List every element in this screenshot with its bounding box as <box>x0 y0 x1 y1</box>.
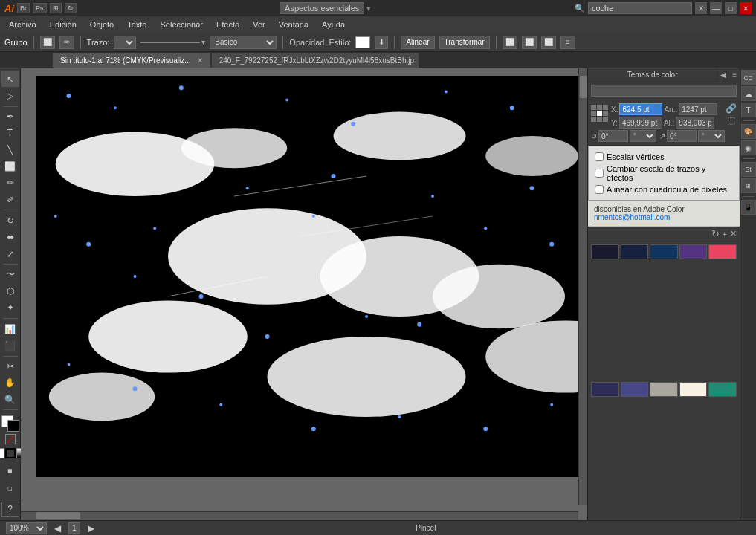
color-text-input[interactable] <box>591 85 737 97</box>
canvas-area[interactable] <box>21 68 587 520</box>
scale-tool[interactable]: ⤢ <box>1 246 19 262</box>
reflect-tool[interactable]: ⬌ <box>1 230 19 245</box>
line-tool[interactable]: ╲ <box>1 142 19 158</box>
menu-texto[interactable]: Texto <box>121 19 152 30</box>
direct-selection-tool[interactable]: ▷ <box>1 88 19 103</box>
style-select[interactable]: Básico <box>210 36 277 49</box>
menu-ventana[interactable]: Ventana <box>273 19 314 30</box>
temas-de-color-tab[interactable]: Temas de color <box>588 68 717 81</box>
nav-artboard-btn[interactable]: 1 <box>68 522 80 534</box>
transformar-btn[interactable]: Transformar <box>439 36 490 49</box>
scale-strokes-checkbox[interactable] <box>595 169 604 178</box>
fill-icon[interactable] <box>0 448 4 458</box>
x-input[interactable] <box>619 103 662 115</box>
stroke-icon[interactable] <box>5 448 16 458</box>
draw-normal-btn[interactable]: ◼ <box>1 462 19 480</box>
color-swatch-5[interactable] <box>708 244 737 259</box>
maximize-btn[interactable]: □ <box>725 2 737 14</box>
selection-tool[interactable]: ↖ <box>1 71 19 87</box>
color-swatches[interactable] <box>1 415 19 431</box>
pen-tool[interactable]: ✒ <box>1 109 19 125</box>
menu-ver[interactable]: Ver <box>247 19 271 30</box>
close-btn[interactable]: ✕ <box>740 2 752 14</box>
tab-1[interactable]: Sin título-1 al 71% (CMYK/Previsualiz...… <box>52 53 211 68</box>
style-options-btn[interactable]: ⬇ <box>375 36 388 49</box>
menu-archivo[interactable]: Archivo <box>3 19 42 30</box>
reference-grid[interactable] <box>591 105 608 122</box>
color-swatch-8[interactable] <box>650 382 678 397</box>
tab-2[interactable]: 240_F_79227252_fRJxLbLtXZzw2D2tyyuMl4i58… <box>211 53 419 68</box>
extra-btn1[interactable]: ⬜ <box>503 36 517 49</box>
panel-close-btn[interactable]: ✕ <box>730 229 737 239</box>
column-graph-tool[interactable]: 📊 <box>1 321 19 337</box>
zoom-tool[interactable]: 🔍 <box>1 392 19 407</box>
color-theme-icon[interactable]: 🎨 <box>741 124 756 139</box>
tab-1-close[interactable]: ✕ <box>197 56 203 65</box>
menu-edicion[interactable]: Edición <box>44 19 83 30</box>
link-dimensions-btn[interactable]: 🔗 <box>726 103 737 114</box>
panel-expand-btn[interactable]: ◀ <box>717 68 729 81</box>
workspace-dropdown[interactable]: Aspectos esenciales <box>280 2 364 14</box>
nav-next-btn[interactable]: ▶ <box>86 523 96 534</box>
warp-tool[interactable]: 〜 <box>1 267 19 282</box>
assets-icon[interactable]: ⊞ <box>741 178 756 193</box>
slice-tool[interactable]: ✂ <box>1 358 19 374</box>
background-color[interactable] <box>7 420 19 432</box>
search-input[interactable] <box>588 2 692 14</box>
menu-ayuda[interactable]: Ayuda <box>316 19 351 30</box>
bridge-btn[interactable]: Br <box>17 3 30 13</box>
options-btn[interactable]: ⬜ <box>40 36 55 49</box>
search-clear[interactable]: ✕ <box>695 2 707 14</box>
color-swatch-1[interactable] <box>591 244 619 259</box>
panel-icon[interactable]: ⊞ <box>50 3 62 13</box>
extra-btn4[interactable]: ≡ <box>560 36 575 49</box>
color-swatch-3[interactable] <box>650 244 678 259</box>
paintbrush-tool[interactable]: ✏ <box>1 175 19 191</box>
more-transform-btn[interactable]: ⬚ <box>726 115 737 126</box>
shear-unit[interactable]: ° <box>698 130 725 142</box>
menu-objeto[interactable]: Objeto <box>84 19 120 30</box>
add-btn[interactable]: + <box>723 230 727 239</box>
rotate-unit[interactable]: ° <box>630 130 656 142</box>
menu-efecto[interactable]: Efecto <box>210 19 245 30</box>
h-input[interactable] <box>676 117 714 129</box>
artboard-tool[interactable]: ⬛ <box>1 337 19 353</box>
stock-icon[interactable]: St <box>741 162 756 177</box>
panel-more-btn[interactable]: ≡ <box>729 68 740 81</box>
color-swatch-9[interactable] <box>679 382 708 397</box>
y-input[interactable] <box>619 117 662 129</box>
color-swatch-6[interactable] <box>591 382 619 397</box>
rotate-input[interactable] <box>598 130 628 142</box>
nav-prev-btn[interactable]: ◀ <box>53 523 62 534</box>
scrollbar-horizontal[interactable] <box>21 511 578 520</box>
scrollbar-vertical[interactable] <box>578 68 587 505</box>
trazo-select[interactable] <box>114 36 136 49</box>
sync-icon[interactable]: ↻ <box>65 3 77 13</box>
scale-vertices-checkbox[interactable] <box>595 152 604 161</box>
extra-btn3[interactable]: ⬜ <box>541 36 556 49</box>
color-swatch-7[interactable] <box>621 382 649 397</box>
none-icon[interactable] <box>5 434 16 444</box>
cc-icon[interactable]: CC <box>741 70 756 85</box>
extra-btn2[interactable]: ⬜ <box>522 36 537 49</box>
pencil-tool[interactable]: ✐ <box>1 192 19 207</box>
rotate-tool[interactable]: ↻ <box>1 213 19 228</box>
alinear-btn[interactable]: Alinear <box>401 36 434 49</box>
symbol-tool[interactable]: ✦ <box>1 300 19 316</box>
minimize-btn[interactable]: — <box>710 2 722 14</box>
kuler-icon[interactable]: ◉ <box>741 140 756 155</box>
draw-inside-btn[interactable]: ◻ <box>1 480 19 498</box>
blend-tool[interactable]: ⬡ <box>1 283 19 299</box>
options-btn2[interactable]: ✏ <box>59 36 74 49</box>
color-swatch-2[interactable] <box>621 244 649 259</box>
menu-seleccionar[interactable]: Seleccionar <box>154 19 208 30</box>
w-input[interactable] <box>679 103 717 115</box>
typekit-icon[interactable]: T <box>741 103 756 117</box>
shape-tool[interactable]: ⬜ <box>1 158 19 174</box>
refresh-btn[interactable]: ↻ <box>711 228 720 239</box>
device-preview-icon[interactable]: 📱 <box>741 200 756 215</box>
question-btn[interactable]: ? <box>1 502 19 518</box>
color-swatch-10[interactable] <box>708 382 737 397</box>
shear-input[interactable] <box>667 130 697 142</box>
zoom-select[interactable]: 100% <box>6 522 47 534</box>
